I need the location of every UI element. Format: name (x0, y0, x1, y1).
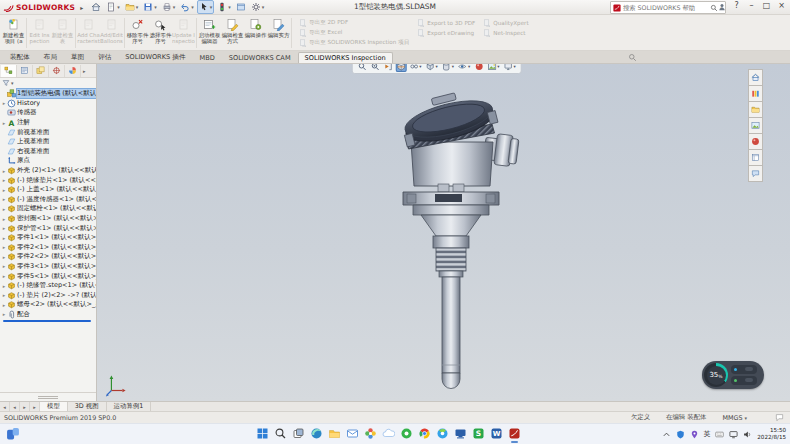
dropdown-caret-icon[interactable]: ▾ (228, 4, 231, 10)
widget-button-top[interactable] (731, 365, 757, 374)
close-button[interactable]: × (774, 0, 789, 12)
word-icon[interactable]: W (490, 427, 503, 440)
task-pane-tab-file-explorer[interactable] (748, 102, 763, 118)
dropdown-caret-icon[interactable]: ▾ (468, 64, 470, 69)
filter-dropdown-icon[interactable]: ▾ (11, 80, 14, 86)
browser-icon[interactable] (436, 427, 449, 440)
tree-item[interactable]: ▸保护管<1> (默认<<默认>_显示状 (1, 223, 96, 233)
command-tab-6[interactable]: SOLIDWORKS CAM (222, 52, 298, 63)
widgets-icon[interactable] (6, 427, 20, 441)
tab-nav-button-0[interactable]: ◂ (0, 402, 10, 411)
start-icon[interactable] (256, 427, 269, 440)
filter-icon[interactable] (2, 79, 10, 87)
dropdown-caret-icon[interactable]: ▾ (210, 4, 213, 10)
mail-icon[interactable] (346, 427, 359, 440)
login-icon[interactable] (714, 1, 729, 11)
task-pane-tab-design-library[interactable] (748, 86, 763, 102)
undo-button[interactable]: ▾ (178, 0, 196, 14)
edit-operations-button[interactable]: 编辑操作 (244, 16, 267, 50)
tree-item[interactable]: ▸(-) 上盖<1> (默认<<默认>_显示状 (1, 185, 96, 195)
tree-item[interactable]: ▸零件1<1> (默认<<默认>_显示状态 (1, 233, 96, 243)
zoom-percentage-widget[interactable]: 35% (702, 361, 764, 389)
command-tab-1[interactable]: 布局 (37, 51, 64, 63)
panel-tab-property-manager[interactable] (17, 65, 33, 77)
comment-icon[interactable] (775, 413, 784, 422)
remove-balloons-button[interactable]: 移除零件序号 (126, 16, 149, 50)
widget-button-bottom[interactable] (731, 376, 757, 385)
command-tab-7[interactable]: SOLIDWORKS Inspection (298, 52, 393, 63)
panel-tabs-overflow-icon[interactable]: ▸ (83, 68, 86, 74)
dropdown-caret-icon[interactable]: ▾ (436, 64, 438, 69)
tree-item[interactable]: 右视基准面 (1, 147, 96, 157)
tree-item[interactable]: 传感器 (1, 108, 96, 118)
solidworks-icon[interactable] (508, 427, 521, 440)
tree-item[interactable]: ▸配合 (1, 310, 96, 320)
help-search-box[interactable]: ▾ (610, 1, 726, 14)
tab-nav-button-3[interactable]: ▸ (30, 402, 40, 411)
search-input[interactable] (623, 4, 708, 11)
file-explorer-icon[interactable] (328, 427, 341, 440)
tray-chevron-icon[interactable] (662, 430, 671, 439)
tree-item[interactable]: ▸密封圈<1> (默认<<默认>_显示状 (1, 214, 96, 224)
graphics-viewport[interactable]: ▾▾▾▾▾▾ (97, 64, 790, 401)
chrome-icon[interactable] (418, 427, 431, 440)
units-dropdown-icon[interactable]: ▾ (744, 415, 747, 421)
dropdown-caret-icon[interactable]: ▾ (191, 4, 194, 10)
tree-item[interactable]: ▸固定螺栓<1> (默认<<默认>_显示 (1, 204, 96, 214)
minimize-button[interactable]: – (744, 0, 759, 12)
dropdown-caret-icon[interactable]: ▾ (452, 64, 454, 69)
document-tab-0[interactable]: 模型 (40, 402, 68, 411)
tray-location-icon[interactable] (690, 430, 699, 439)
tray-monitor-icon[interactable] (729, 430, 738, 439)
status-item-2[interactable]: MMGS▾ (722, 414, 747, 422)
tree-item[interactable]: ▸(-) 绝缘管.step<1> (默认<<默认> (1, 281, 96, 291)
photos-icon[interactable] (364, 427, 377, 440)
help-icon[interactable]: ? (729, 0, 744, 12)
options-button[interactable]: ▾ (249, 0, 267, 14)
task-pane-tab-solidworks-forum[interactable] (748, 166, 763, 182)
select-balloons-button[interactable]: 选择零件序号 (149, 16, 172, 50)
tree-item[interactable]: ▸外壳 (2)<1> (默认<<默认>_显示状 (1, 166, 96, 176)
task-view-icon[interactable] (292, 427, 305, 440)
tree-item[interactable]: ▸零件2<1> (默认<<默认>_显示状 (1, 243, 96, 253)
tray-keyboard-icon[interactable] (715, 430, 724, 439)
dropdown-caret-icon[interactable]: ▾ (117, 4, 120, 10)
app-green-icon[interactable] (400, 427, 413, 440)
tree-item[interactable]: ▸零件3<1> (默认<<默认>_显示状态 (1, 262, 96, 272)
print-button[interactable]: ▾ (160, 0, 178, 14)
dropdown-caret-icon[interactable]: ▾ (154, 4, 157, 10)
tree-item[interactable]: ▸螺母<2> (默认<<默认>_显示状态 (1, 300, 96, 310)
panel-tab-featuremanager-design-tree[interactable] (1, 65, 17, 77)
document-tab-2[interactable]: 运动算例1 (107, 402, 152, 411)
command-search-icon[interactable] (628, 53, 637, 62)
tray-clock[interactable]: 15:502022/8/15 (757, 427, 786, 442)
tree-item[interactable]: 原点 (1, 156, 96, 166)
wps-icon[interactable]: S (472, 427, 485, 440)
thermocouple-model[interactable] (391, 86, 521, 398)
edit-methods-button[interactable]: 编辑检查方式 (221, 16, 244, 50)
dropdown-caret-icon[interactable]: ▾ (262, 4, 265, 10)
tray-speaker-icon[interactable] (743, 430, 752, 439)
file-properties-button[interactable] (234, 0, 248, 14)
new-document-button[interactable]: ▾ (104, 0, 122, 14)
tree-item[interactable]: ▸History (1, 99, 96, 109)
command-tab-0[interactable]: 装配体 (3, 51, 37, 63)
panel-tab-display-manager[interactable] (65, 65, 81, 77)
tree-item[interactable]: ▸(-) 温度传感器<1> (默认<<默认>_ (1, 195, 96, 205)
command-tab-5[interactable]: MBD (193, 52, 222, 63)
tab-nav-button-2[interactable]: ▸ (20, 402, 30, 411)
panel-tab-configuration-manager[interactable] (33, 65, 49, 77)
save-button[interactable]: ▾ (141, 0, 159, 14)
new-inspection-project-button[interactable]: 新建检查项目 (amp;N) (2, 16, 25, 50)
dropdown-caret-icon[interactable]: ▾ (497, 64, 499, 69)
rebuild-button[interactable]: ▾ (215, 0, 233, 14)
edit-actual-button[interactable]: 编辑实方 (267, 16, 290, 50)
tree-item[interactable]: 上视基准面 (1, 137, 96, 147)
tree-item[interactable]: ▸零件2<2> (默认<<默认>_显示状态 (1, 252, 96, 262)
dropdown-caret-icon[interactable]: ▾ (419, 64, 421, 69)
tree-item[interactable]: 前视基准面 (1, 127, 96, 137)
tray-language-indicator[interactable]: 英 (704, 429, 711, 439)
panel-tab-dimxpert-manager[interactable] (49, 65, 65, 77)
command-tab-4[interactable]: SOLIDWORKS 插件 (118, 51, 192, 63)
rollback-bar[interactable] (3, 320, 91, 322)
